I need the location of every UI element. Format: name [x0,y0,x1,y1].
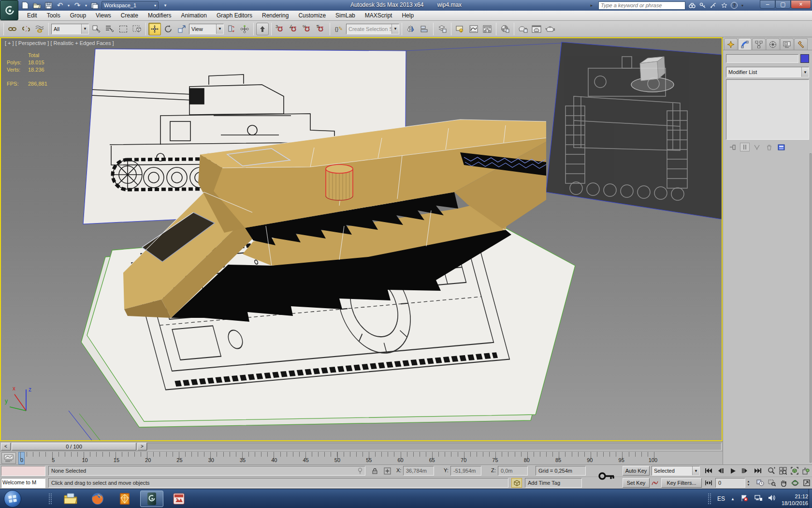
add-time-tag-field[interactable]: Add Time Tag [525,478,582,488]
rendered-frame-window-icon[interactable] [530,23,543,35]
viewport-canvas[interactable]: z x y [1,38,722,440]
maxscript-mini-listener[interactable]: Welcome to M [1,478,45,488]
go-to-end-button[interactable] [753,466,763,476]
zoom-icon[interactable] [766,466,777,476]
zoom-extents-all-icon[interactable] [801,466,812,476]
show-hidden-icons-arrow[interactable]: ▲ [731,497,735,501]
menu-create[interactable]: Create [116,11,143,20]
previous-frame-key-button[interactable] [715,466,726,476]
open-mini-curve-editor-button[interactable] [1,452,16,464]
viewport-label[interactable]: [ + ] [ Perspective ] [ Realistic + Edge… [5,40,114,46]
selected-cylinder[interactable] [326,164,353,200]
frame-spinner[interactable]: ▴▾ [745,478,752,488]
align-icon[interactable] [418,23,431,35]
set-keys-button[interactable] [597,465,616,487]
material-editor-icon[interactable] [499,23,511,35]
object-color-swatch[interactable] [800,54,809,63]
next-frame-button[interactable]: > [137,443,147,450]
select-and-manipulate-icon[interactable] [238,23,251,35]
use-pivot-point-center-icon[interactable] [225,23,237,35]
graphite-ribbon-toggle-icon[interactable] [454,23,466,35]
spinner-snap-toggle-icon[interactable]: ⇅Ω [315,23,327,35]
adaptive-degradation-icon[interactable] [511,478,522,488]
language-indicator[interactable]: ES [717,495,725,502]
menu-animation[interactable]: Animation [176,11,212,20]
search-toggle-arrow-icon[interactable]: ▸ [588,1,595,9]
remove-modifier-button[interactable] [764,143,774,151]
taskbar-3dsmax-icon[interactable] [140,491,163,507]
tab-utilities[interactable] [794,38,808,50]
rectangular-selection-region-icon[interactable] [117,23,130,35]
taskbar-explorer-icon[interactable] [59,491,82,507]
volume-speaker-icon[interactable] [768,494,776,503]
go-to-start-button[interactable] [703,466,714,476]
time-slider-handle[interactable]: 0 / 100 [12,443,136,450]
menu-help[interactable]: Help [397,11,419,20]
tab-modify[interactable] [738,38,752,50]
make-unique-button[interactable] [752,143,762,151]
menu-tools[interactable]: Tools [42,11,65,20]
object-name-field[interactable] [726,54,798,63]
time-slider-track[interactable] [147,443,722,450]
select-by-name-icon[interactable] [103,23,116,35]
help-button[interactable]: ? [731,2,738,9]
window-crossing-toggle-icon[interactable] [130,23,143,35]
render-setup-icon[interactable] [517,23,529,35]
show-desktop-button[interactable] [809,489,812,508]
maximize-viewport-toggle-icon[interactable] [801,478,812,488]
schematic-view-icon[interactable] [481,23,493,35]
spinner-down-icon[interactable]: ▾ [748,483,750,486]
tab-create[interactable] [724,38,738,50]
render-production-icon[interactable] [544,23,556,35]
select-and-link-icon[interactable] [6,23,19,35]
macro-recorder-box[interactable] [1,466,45,476]
zoom-extents-icon[interactable] [789,466,800,476]
isolate-lightbulb-icon[interactable] [358,467,362,474]
y-coordinate-field[interactable]: -51,954m [450,466,481,476]
track-bar[interactable]: 0510152025303540455055606570758085909510… [0,451,723,464]
configure-modifier-sets-button[interactable] [776,143,786,151]
absolute-offset-mode-icon[interactable] [382,466,392,476]
subscription-key-icon[interactable] [699,1,707,9]
time-configuration-button[interactable] [755,478,766,488]
select-and-scale-icon[interactable] [175,23,188,35]
set-key-button[interactable]: Set Key [623,478,650,488]
favorites-star-icon[interactable] [720,1,728,9]
start-button[interactable] [4,490,21,508]
close-button[interactable]: × [791,0,811,9]
show-end-result-button[interactable] [740,143,750,151]
search-binoculars-icon[interactable] [688,1,696,9]
angle-snap-toggle-icon[interactable]: ∠Ω [288,23,300,35]
taskbar-red-app-icon[interactable] [167,491,190,507]
z-coordinate-field[interactable]: 0,0m [498,466,528,476]
blueprint-front-plane[interactable] [546,42,722,219]
selection-lock-icon[interactable] [369,466,380,476]
key-filters-button[interactable]: Key Filters... [661,478,702,488]
play-animation-button[interactable] [727,466,738,476]
snaps-toggle-3d-icon[interactable]: 3Ω [274,23,287,35]
tab-motion[interactable] [766,38,780,50]
orbit-view-icon[interactable] [790,478,800,488]
tab-display[interactable] [780,38,794,50]
keyboard-shortcut-override-button[interactable] [256,23,269,35]
network-icon[interactable] [754,494,762,503]
select-and-move-button[interactable] [148,23,161,35]
taskbar-firefox-icon[interactable] [86,491,109,507]
toolbar-drag-handle[interactable] [3,23,4,35]
menu-maxscript[interactable]: MAXScript [360,11,397,20]
selection-filter-dropdown[interactable]: All ▼ [51,24,89,34]
search-input[interactable] [598,1,685,10]
application-menu-button[interactable] [0,0,18,20]
modifier-stack-list[interactable] [726,79,809,140]
layer-manager-icon[interactable] [436,23,449,35]
tab-hierarchy[interactable] [752,38,766,50]
communication-center-icon[interactable] [710,1,717,9]
taskbar-clock[interactable]: 21:12 18/10/2016 [782,491,808,507]
spinner-up-icon[interactable]: ▴ [748,479,750,483]
next-frame-key-button[interactable] [740,466,750,476]
help-flyout-arrow-icon[interactable]: ▾ [740,1,744,9]
menu-modifiers[interactable]: Modifiers [143,11,176,20]
menu-edit[interactable]: Edit [22,11,42,20]
menu-customize[interactable]: Customize [293,11,331,20]
select-and-rotate-icon[interactable] [162,23,174,35]
